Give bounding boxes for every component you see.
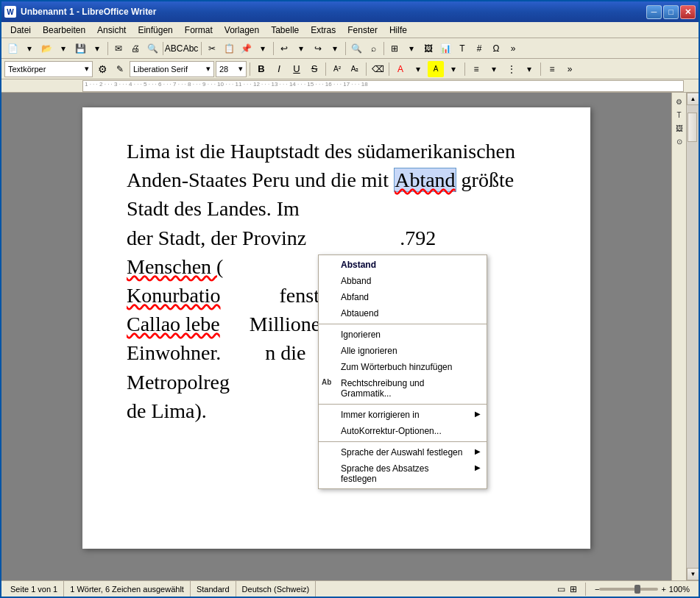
ctx-ignorieren[interactable]: Ignorieren [319,327,487,343]
font-dropdown[interactable]: Liberation Serif ▾ [130,61,214,77]
clear-format-button[interactable]: ⌫ [370,61,386,77]
open-button[interactable]: 📂 [38,40,54,57]
ctx-lang-selection[interactable]: Sprache der Auswahl festlegen [319,444,487,460]
menu-tabelle[interactable]: Tabelle [265,24,305,37]
redo-button[interactable]: ↪ [310,40,326,57]
ctx-always-correct[interactable]: Immer korrigieren in [319,407,487,423]
undo-button[interactable]: ↩ [276,40,292,57]
insert-field-button[interactable]: # [471,40,487,57]
style-new[interactable]: ✎ [112,61,128,77]
list-button[interactable]: ≡ [468,61,484,77]
align-button[interactable]: ≡ [544,61,560,77]
new-dropdown[interactable]: ▾ [21,40,38,57]
underline-button[interactable]: U [289,61,305,77]
ctx-add-dict[interactable]: Zum Wörterbuch hinzufügen [319,359,487,375]
view-buttons: ▭ ⊞ [550,583,586,596]
style-settings[interactable]: ⚙ [94,61,110,77]
email-button[interactable]: ✉ [110,40,127,57]
list-dropdown[interactable]: ▾ [486,61,502,77]
ctx-abstand[interactable]: Abstand [319,257,487,273]
minimize-button[interactable]: ─ [646,5,662,19]
superscript-button[interactable]: A² [329,61,345,77]
spellcheck-button[interactable]: ABC [166,40,182,57]
document-page: Lima ist die Hauptstadt des südamerikani… [82,107,590,549]
scroll-up-button[interactable]: ▲ [687,93,699,105]
zoom-slider[interactable] [599,588,658,591]
document-area[interactable]: Lima ist die Hauptstadt des südamerikani… [1,93,671,580]
ctx-abfand[interactable]: Abfand [319,289,487,305]
font-color-dropdown[interactable]: ▾ [410,61,426,77]
insert-table-button[interactable]: ⊞ [386,40,403,57]
menu-einfuegen[interactable]: Einfügen [132,24,178,37]
ctx-autocorrect[interactable]: AutoKorrektur-Optionen... [319,423,487,439]
italic-button[interactable]: I [271,61,287,77]
ctx-abband[interactable]: Abband [319,273,487,289]
sidebar-btn-4[interactable]: ⊙ [674,135,685,147]
maximize-button[interactable]: □ [663,5,679,19]
save-dropdown[interactable]: ▾ [89,40,105,57]
ctx-lang-para[interactable]: Sprache des Absatzes festlegen [319,460,487,487]
menu-datei[interactable]: Datei [4,24,37,37]
more-fmt-button[interactable]: » [562,61,578,77]
save-button[interactable]: 💾 [72,40,88,57]
formatting-toolbar: Textkörper ▾ ⚙ ✎ Liberation Serif ▾ 28 ▾… [1,59,699,79]
undo-dropdown[interactable]: ▾ [293,40,309,57]
autocorrect-button[interactable]: Abc [183,40,199,57]
subscript-button[interactable]: A₂ [347,61,363,77]
redo-dropdown[interactable]: ▾ [327,40,343,57]
menu-extras[interactable]: Extras [305,24,342,37]
strikethrough-button[interactable]: S [306,61,322,77]
menu-ansicht[interactable]: Ansicht [91,24,132,37]
size-dropdown[interactable]: 28 ▾ [216,61,247,77]
print-button[interactable]: 🖨 [127,40,144,57]
scroll-track[interactable] [687,105,699,568]
title-bar: W Unbenannt 1 - LibreOffice Writer ─ □ ✕ [1,1,699,22]
copy-button[interactable]: 📋 [221,40,237,57]
font-color-button[interactable]: A [392,61,409,77]
find-button[interactable]: 🔍 [348,40,364,57]
preview-button[interactable]: 🔍 [144,40,160,57]
ctx-abtauend[interactable]: Abtauend [319,305,487,321]
view-web[interactable]: ⊞ [568,583,579,595]
view-normal[interactable]: ▭ [556,583,568,595]
ctx-alle-ignorieren[interactable]: Alle ignorieren [319,343,487,359]
highlight-button[interactable]: A [428,61,444,77]
new-button[interactable]: 📄 [4,40,21,57]
ordered-list-dropdown[interactable]: ▾ [521,61,537,77]
open-dropdown[interactable]: ▾ [55,40,71,57]
menu-bearbeiten[interactable]: Bearbeiten [37,24,91,37]
sep3 [201,42,202,55]
ordered-list-button[interactable]: ⋮ [503,61,520,77]
insert-chart-button[interactable]: 📊 [437,40,453,57]
zoom-level: 100% [669,585,690,594]
special-char-button[interactable]: Ω [488,40,504,57]
paste-button[interactable]: 📌 [238,40,254,57]
menu-hilfe[interactable]: Hilfe [383,24,413,37]
sep5 [345,42,346,55]
highlight-dropdown[interactable]: ▾ [445,61,462,77]
more-button[interactable]: » [505,40,521,57]
sidebar-btn-1[interactable]: ⚙ [674,96,685,107]
bold-button[interactable]: B [253,61,269,77]
ctx-spelling[interactable]: Rechtschreibung und Grammatik... [319,375,487,402]
sidebar-btn-3[interactable]: 🖼 [674,122,685,134]
close-button[interactable]: ✕ [680,5,696,19]
fmt-sep6 [540,63,541,76]
style-dropdown[interactable]: Textkörper ▾ [4,61,93,77]
insert-image-button[interactable]: 🖼 [420,40,436,57]
scroll-down-button[interactable]: ▼ [687,568,699,580]
sep2 [163,42,163,55]
text-box-button[interactable]: T [454,40,470,57]
cut-button[interactable]: ✂ [204,40,220,57]
scroll-thumb[interactable] [687,113,697,142]
right-sidebar: ⚙ T 🖼 ⊙ [671,93,686,580]
menu-fenster[interactable]: Fenster [342,24,383,37]
zoom-in[interactable]: + [661,585,665,594]
menu-format[interactable]: Format [179,24,219,37]
find-replace-button[interactable]: ⌕ [365,40,381,57]
paste-dropdown[interactable]: ▾ [255,40,271,57]
sidebar-btn-2[interactable]: T [674,109,685,121]
vertical-scrollbar: ▲ ▼ [686,93,699,580]
insert-table-dropdown[interactable]: ▾ [403,40,420,57]
menu-vorlagen[interactable]: Vorlagen [219,24,265,37]
